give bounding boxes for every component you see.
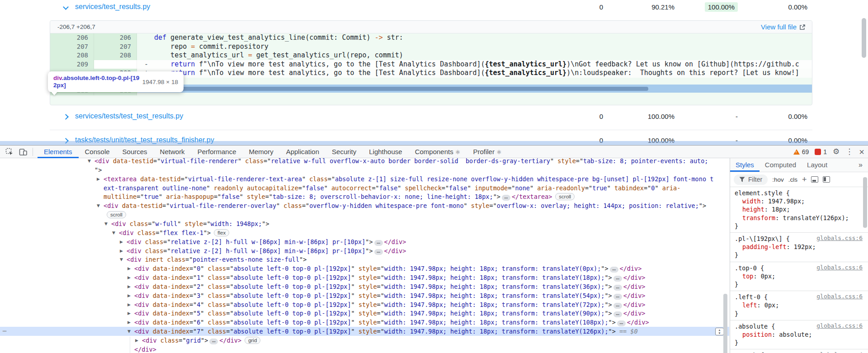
expand-arrow-icon[interactable]: ▶ bbox=[127, 300, 131, 309]
expand-arrow-icon[interactable]: ▶ bbox=[120, 246, 123, 255]
view-full-file-link[interactable]: View full file bbox=[761, 21, 806, 33]
css-declaration[interactable]: top: 0px; bbox=[730, 272, 868, 280]
code-line[interactable]: 208208 test_analytics_url = get_test_ana… bbox=[50, 51, 812, 60]
devtools-tab-network[interactable]: Network bbox=[154, 146, 191, 158]
code-line[interactable]: 207207 repo = commit.repository bbox=[50, 42, 812, 52]
devtools-tab-profiler[interactable]: Profiler⚛ bbox=[467, 146, 508, 158]
dom-tree-node[interactable]: ▶<div data-index="6" class="absolute lef… bbox=[134, 318, 649, 327]
warning-icon[interactable] bbox=[793, 149, 800, 155]
css-declaration[interactable]: transform: translateY(126px); bbox=[730, 214, 868, 222]
elements-tree-panel[interactable]: ⋯ ▼<div data-testid="virtual-file-render… bbox=[0, 158, 729, 353]
dom-tree-node[interactable]: ▶<div class="relative z-[2] h-full w-[86… bbox=[127, 237, 406, 246]
dom-tree-node[interactable]: ▶<textarea data-testid="virtual-file-ren… bbox=[104, 174, 713, 184]
dom-tree-node[interactable]: multiline="true" aria-haspopup="false" s… bbox=[104, 192, 575, 201]
css-rule[interactable]: globals.css:6.top-0 {top: 0px;} bbox=[730, 262, 868, 292]
kebab-menu-icon[interactable]: ⋮ bbox=[845, 146, 853, 158]
dom-tree-node[interactable]: ▼<div class="flex flex-1">flex bbox=[119, 228, 229, 237]
close-icon[interactable]: × bbox=[859, 146, 864, 158]
dom-tree-node[interactable]: ▶<div data-index="0" class="absolute lef… bbox=[134, 264, 642, 273]
styles-scrollbar-thumb[interactable] bbox=[863, 177, 867, 228]
chevron-down-icon[interactable] bbox=[63, 4, 69, 10]
expand-arrow-icon[interactable]: ▶ bbox=[120, 237, 123, 246]
devtools-tab-components[interactable]: Components⚛ bbox=[409, 146, 467, 158]
dom-tree-node[interactable]: "> bbox=[94, 165, 102, 174]
devtools-tab-elements[interactable]: Elements bbox=[38, 146, 79, 158]
expand-arrow-icon[interactable]: ▶ bbox=[127, 264, 131, 273]
inspect-icon[interactable] bbox=[5, 148, 14, 156]
dom-tree-node[interactable]: ▼<div data-index="7" class="absolute lef… bbox=[134, 327, 638, 336]
collapse-arrow-icon[interactable]: ▼ bbox=[104, 219, 108, 228]
code-line[interactable]: 206206def generate_view_test_analytics_l… bbox=[50, 33, 812, 42]
css-rule[interactable]: element.style {width: 1947.98px;height: … bbox=[730, 187, 868, 233]
error-icon[interactable] bbox=[815, 149, 821, 155]
tab-computed[interactable]: Computed bbox=[760, 158, 802, 172]
tab-styles[interactable]: Styles bbox=[730, 158, 760, 172]
dom-tree-node[interactable]: ▶<div class="grid">…</div>grid bbox=[142, 336, 260, 345]
dom-tree-node[interactable]: scroll bbox=[104, 210, 126, 219]
expand-arrow-icon[interactable]: ▶ bbox=[135, 336, 138, 345]
dom-tree-node[interactable]: </div> bbox=[134, 345, 156, 353]
toggle-hover-state-button[interactable]: :hov bbox=[772, 176, 784, 183]
dom-tree-node[interactable]: ▶<div class="relative z-[2] h-full w-[86… bbox=[127, 246, 406, 255]
css-declaration[interactable]: padding-left: 192px; bbox=[730, 243, 868, 251]
collapse-arrow-icon[interactable]: ▼ bbox=[88, 158, 91, 165]
css-rule[interactable]: globals.css:6.pl-\[192px\] {padding-left… bbox=[730, 233, 868, 262]
css-declaration[interactable]: left: 0px; bbox=[730, 301, 868, 309]
more-tabs-icon[interactable]: » bbox=[853, 158, 868, 172]
dom-tree-node[interactable]: ▶<div data-index="2" class="absolute lef… bbox=[134, 282, 646, 291]
chevron-right-icon[interactable] bbox=[63, 114, 69, 120]
collapse-arrow-icon[interactable]: ▼ bbox=[112, 228, 115, 237]
css-declaration[interactable]: position: absolute; bbox=[730, 330, 868, 339]
file-row[interactable]: services/tests/test_test_results.py 0 10… bbox=[0, 110, 868, 124]
styles-filter-input[interactable]: Filter bbox=[734, 174, 768, 185]
collapse-arrow-icon[interactable]: ▼ bbox=[120, 255, 123, 264]
devtools-tab-security[interactable]: Security bbox=[326, 146, 363, 158]
css-declaration[interactable]: width: 1947.98px; bbox=[730, 197, 868, 205]
dom-tree-node[interactable]: ▶<div data-index="5" class="absolute lef… bbox=[134, 309, 646, 318]
dom-tree-node[interactable]: ▼<div class="w-full" style="width: 1948p… bbox=[111, 219, 269, 228]
file-link[interactable]: services/tests/test_test_results.py bbox=[75, 112, 183, 120]
expand-arrow-icon[interactable]: ▶ bbox=[127, 291, 131, 300]
css-declaration[interactable]: height: 18px; bbox=[730, 205, 868, 213]
new-style-rule-button[interactable]: + bbox=[802, 175, 807, 184]
file-link[interactable]: services/test_results.py bbox=[75, 3, 150, 11]
expand-arrow-icon[interactable]: ▶ bbox=[127, 318, 131, 327]
diff-code-viewer[interactable]: 206206def generate_view_test_analytics_l… bbox=[50, 33, 812, 105]
dom-tree-node[interactable]: ▼<div data-testid="virtual-file-renderer… bbox=[104, 201, 706, 210]
devtools-tab-application[interactable]: Application bbox=[280, 146, 326, 158]
node-options-dots[interactable]: ⋯ bbox=[3, 327, 7, 336]
dom-tree-node[interactable]: ext-transparent outline-none" readonly a… bbox=[104, 184, 680, 193]
horizontal-scrollbar-thumb[interactable] bbox=[139, 87, 648, 91]
device-toolbar-icon[interactable] bbox=[19, 148, 27, 156]
css-rule[interactable]: globals.css:4*, ::before, bbox=[730, 349, 868, 353]
devtools-tab-sources[interactable]: Sources bbox=[116, 146, 154, 158]
expand-arrow-icon[interactable]: ▶ bbox=[127, 273, 131, 282]
dom-tree-node[interactable]: ▶<div data-index="3" class="absolute lef… bbox=[134, 291, 646, 300]
devtools-tab-console[interactable]: Console bbox=[79, 146, 116, 158]
dock-sidebar-icon[interactable] bbox=[823, 176, 830, 183]
dom-tree-node[interactable]: ▼<div inert class="pointer-events-none s… bbox=[127, 255, 307, 264]
collapse-arrow-icon[interactable]: ▼ bbox=[97, 201, 100, 210]
expand-arrow-icon[interactable]: ▶ bbox=[97, 174, 100, 184]
gear-icon[interactable]: ⚙ bbox=[833, 146, 840, 158]
page-scrollbar-thumb[interactable] bbox=[862, 18, 866, 58]
scroll-into-view-icon[interactable]: ▲▼ bbox=[715, 328, 724, 335]
dom-tree-node[interactable]: ▶<div data-index="4" class="absolute lef… bbox=[134, 300, 646, 309]
code-line[interactable]: 209- return f"\nTo view more test analyt… bbox=[50, 60, 812, 69]
warning-count[interactable]: 69 bbox=[802, 148, 809, 155]
collapse-arrow-icon[interactable]: ▼ bbox=[127, 327, 131, 336]
devtools-tab-performance[interactable]: Performance bbox=[191, 146, 243, 158]
css-rule[interactable]: globals.css:6.left-0 {left: 0px;} bbox=[730, 291, 868, 320]
toggle-class-button[interactable]: .cls bbox=[788, 176, 797, 183]
paint-flashing-icon[interactable] bbox=[811, 176, 818, 183]
dom-tree-node[interactable]: ▼<div data-testid="virtual-file-renderer… bbox=[94, 158, 708, 165]
file-row[interactable]: services/test_results.py 0 90.21% 100.00… bbox=[0, 1, 868, 14]
elements-scrollbar-thumb[interactable] bbox=[723, 294, 727, 353]
devtools-tab-lighthouse[interactable]: Lighthouse bbox=[363, 146, 408, 158]
expand-arrow-icon[interactable]: ▶ bbox=[127, 282, 131, 291]
error-count[interactable]: 1 bbox=[823, 148, 827, 155]
devtools-tab-memory[interactable]: Memory bbox=[243, 146, 280, 158]
css-rule[interactable]: globals.css:6.absolute {position: absolu… bbox=[730, 320, 868, 350]
tab-layout[interactable]: Layout bbox=[802, 158, 833, 172]
expand-arrow-icon[interactable]: ▶ bbox=[127, 309, 131, 318]
